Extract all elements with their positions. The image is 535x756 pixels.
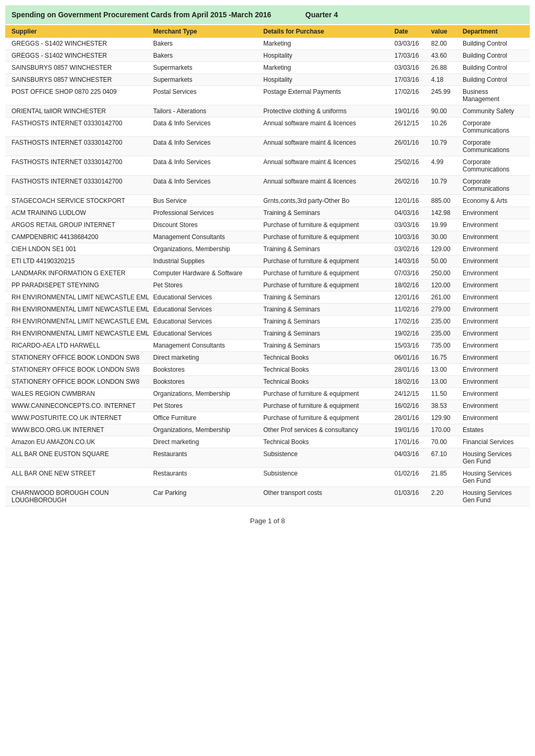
cell-supplier: FASTHOSTS INTERNET 03330142700 [12,178,153,192]
table-row: RH ENVIRONMENTAL LIMIT NEWCASTLE EML Edu… [5,291,530,304]
cell-dept: Environment [463,221,523,229]
cell-details: Training & Seminars [263,330,394,337]
cell-dept: Environment [463,257,523,265]
cell-details: Annual software maint & licences [263,178,394,192]
cell-date: 17/03/16 [394,76,431,83]
cell-date: 10/03/16 [394,233,431,241]
cell-merchant: Restaurants [153,470,263,484]
table-row: ETI LTD 44190320215 Industrial Supplies … [5,255,530,267]
cell-dept: Corporate Communications [463,178,523,192]
cell-dept: Building Control [463,64,523,71]
cell-supplier: STATIONERY OFFICE BOOK LONDON SW8 [12,378,153,385]
cell-merchant: Data & Info Services [153,139,263,154]
header-row: Spending on Government Procurement Cards… [5,5,530,24]
cell-details: Annual software maint & licences [263,158,394,173]
cell-details: Training & Seminars [263,306,394,313]
cell-dept: Building Control [463,76,523,83]
cell-value: 250.00 [431,269,463,277]
table-row: LANDMARK INFORMATION G EXETER Computer H… [5,267,530,279]
cell-supplier: ALL BAR ONE EUSTON SQUARE [12,450,153,465]
cell-value: 82.00 [431,40,463,47]
cell-merchant: Tailors - Alterations [153,107,263,115]
cell-merchant: Industrial Supplies [153,257,263,265]
cell-supplier: STATIONERY OFFICE BOOK LONDON SW8 [12,366,153,373]
cell-merchant: Data & Info Services [153,158,263,173]
page-wrapper: Spending on Government Procurement Cards… [0,0,535,756]
cell-details: Postage External Payments [263,88,394,103]
cell-merchant: Organizations, Membership [153,390,263,397]
col-header-details: Details for Purchase [263,28,394,35]
cell-details: Marketing [263,40,394,47]
table-row: STATIONERY OFFICE BOOK LONDON SW8 Direct… [5,352,530,364]
cell-dept: Housing Services Gen Fund [463,489,523,504]
cell-details: Purchase of furniture & equipment [263,233,394,241]
cell-date: 03/03/16 [394,40,431,47]
cell-supplier: WWW.CANINECONCEPTS.CO. INTERNET [12,402,153,409]
cell-merchant: Educational Services [153,306,263,313]
cell-value: 129.90 [431,414,463,422]
cell-merchant: Bookstores [153,378,263,385]
cell-dept: Financial Services [463,438,523,446]
cell-merchant: Organizations, Membership [153,426,263,434]
cell-date: 19/02/16 [394,330,431,337]
cell-value: 261.00 [431,294,463,301]
cell-supplier: ARGOS RETAIL GROUP INTERNET [12,221,153,229]
cell-merchant: Data & Info Services [153,178,263,192]
cell-dept: Environment [463,245,523,253]
col-header-merchant: Merchant Type [153,28,263,35]
cell-supplier: CIEH LNDON SE1 001 [12,245,153,253]
cell-details: Annual software maint & licences [263,139,394,154]
table-row: SAINSBURYS 0857 WINCHESTER Supermarkets … [5,62,530,74]
cell-value: 4.18 [431,76,463,83]
table-row: RH ENVIRONMENTAL LIMIT NEWCASTLE EML Edu… [5,304,530,316]
table-row: WWW.CANINECONCEPTS.CO. INTERNET Pet Stor… [5,400,530,412]
cell-dept: Environment [463,378,523,385]
cell-dept: Environment [463,342,523,349]
cell-value: 129.00 [431,245,463,253]
cell-value: 170.00 [431,426,463,434]
cell-value: 43.60 [431,52,463,59]
cell-date: 04/03/16 [394,450,431,465]
cell-supplier: CAMPDENBRIC 44138684200 [12,233,153,241]
cell-date: 07/03/16 [394,269,431,277]
cell-supplier: RH ENVIRONMENTAL LIMIT NEWCASTLE EML [12,294,153,301]
cell-merchant: Pet Stores [153,282,263,289]
table-row: WALES REGION CWMBRAN Organizations, Memb… [5,388,530,400]
table-row: RH ENVIRONMENTAL LIMIT NEWCASTLE EML Edu… [5,328,530,340]
cell-supplier: ACM TRAINING LUDLOW [12,209,153,217]
cell-dept: Environment [463,318,523,325]
cell-supplier: CHARNWOOD BOROUGH COUN LOUGHBOROUGH [12,489,153,504]
cell-details: Protective clothing & uniforms [263,107,394,115]
cell-supplier: ETI LTD 44190320215 [12,257,153,265]
table-row: CHARNWOOD BOROUGH COUN LOUGHBOROUGH Car … [5,487,530,506]
cell-details: Purchase of furniture & equipment [263,269,394,277]
table-row: STATIONERY OFFICE BOOK LONDON SW8 Bookst… [5,364,530,376]
cell-value: 30.00 [431,233,463,241]
col-header-date: Date [394,28,431,35]
cell-dept: Environment [463,306,523,313]
cell-merchant: Bakers [153,52,263,59]
cell-supplier: Amazon EU AMAZON.CO.UK [12,438,153,446]
cell-merchant: Car Parking [153,489,263,504]
table-row: POST OFFICE SHOP 0870 225 0409 Postal Se… [5,86,530,105]
table-row: GREGGS - S1402 WINCHESTER Bakers Marketi… [5,38,530,50]
cell-date: 18/02/16 [394,282,431,289]
cell-details: Purchase of furniture & equipment [263,221,394,229]
cell-value: 50.00 [431,257,463,265]
cell-merchant: Educational Services [153,294,263,301]
cell-dept: Corporate Communications [463,120,523,134]
cell-date: 26/01/16 [394,139,431,154]
cell-value: 235.00 [431,318,463,325]
cell-dept: Environment [463,402,523,409]
cell-details: Subsistence [263,470,394,484]
cell-dept: Environment [463,366,523,373]
cell-details: Training & Seminars [263,209,394,217]
cell-supplier: WALES REGION CWMBRAN [12,390,153,397]
cell-date: 19/01/16 [394,426,431,434]
cell-merchant: Computer Hardware & Software [153,269,263,277]
col-header-value: value [431,28,463,35]
table-row: GREGGS - S1402 WINCHESTER Bakers Hospita… [5,50,530,62]
cell-merchant: Bus Service [153,197,263,204]
cell-date: 17/02/16 [394,88,431,103]
cell-supplier: ALL BAR ONE NEW STREET [12,470,153,484]
